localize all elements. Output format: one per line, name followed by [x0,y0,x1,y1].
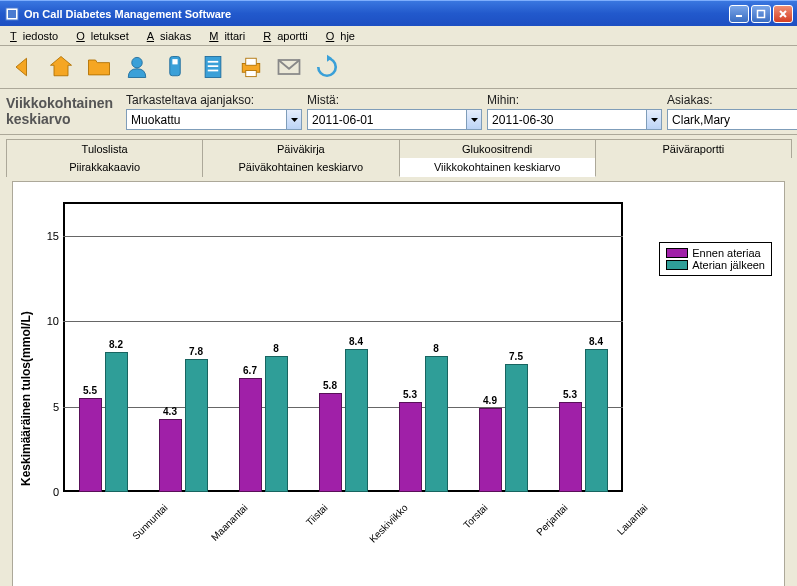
tab-pie[interactable]: Piirakkakaavio [6,158,203,177]
range-label: Tarkasteltava ajanjakso: [126,93,302,107]
back-button[interactable] [6,50,40,84]
svg-rect-8 [172,59,177,64]
tab-glucose-trend[interactable]: Glukoositrendi [399,139,596,158]
bar-value: 5.5 [83,385,97,396]
bar-value: 7.5 [509,351,523,362]
menu-help[interactable]: Ohje [320,28,367,44]
bar-value: 5.8 [323,380,337,391]
chevron-down-icon[interactable] [466,110,481,129]
menubar: Tiedosto Oletukset Asiakas Mittari Rapor… [0,26,797,46]
to-label: Mihin: [487,93,662,107]
to-value[interactable] [488,110,646,129]
bar-value: 4.3 [163,406,177,417]
bar-value: 7.8 [189,346,203,357]
tabs-row-1: Tuloslista Päiväkirja Glukoositrendi Päi… [6,139,791,158]
window-title: On Call Diabetes Management Software [24,8,729,20]
bar-post: 7.5 [505,364,528,492]
y-axis-label: Keskimääräinen tulos(mmol/L) [17,192,35,586]
customer-select[interactable] [667,109,797,130]
menu-report[interactable]: Raportti [257,28,320,44]
legend-post: Aterian jälkeen [692,259,765,271]
y-tick: 5 [53,401,59,413]
user-button[interactable] [120,50,154,84]
bar-value: 8.2 [109,339,123,350]
x-tick: Lauantai [599,502,649,552]
menu-customer[interactable]: Asiakas [141,28,204,44]
svg-rect-1 [8,10,16,18]
bar-value: 8 [433,343,439,354]
x-tick: Perjantai [519,502,569,552]
bar-value: 4.9 [483,395,497,406]
bar-pre: 5.3 [399,402,422,492]
plot-region: 5.58.2Sunnuntai4.37.8Maanantai6.78Tiista… [63,192,623,586]
open-folder-button[interactable] [82,50,116,84]
bar-value: 8.4 [349,336,363,347]
bar-value: 8 [273,343,279,354]
chevron-down-icon[interactable] [286,110,301,129]
range-value[interactable] [127,110,286,129]
customer-value[interactable] [668,110,797,129]
bar-value: 5.3 [563,389,577,400]
menu-defaults[interactable]: Oletukset [70,28,140,44]
filter-row: Viikkokohtainen keskiarvo Tarkasteltava … [0,89,797,135]
report-button[interactable] [196,50,230,84]
meter-button[interactable] [158,50,192,84]
range-select[interactable] [126,109,302,130]
tab-day-report[interactable]: Päiväraportti [595,139,792,158]
tab-daily-avg[interactable]: Päiväkohtainen keskiarvo [202,158,399,177]
y-tick: 15 [47,230,59,242]
from-value[interactable] [308,110,466,129]
tabs-row-2: Piirakkakaavio Päiväkohtainen keskiarvo … [6,158,791,177]
x-tick: Maanantai [199,502,249,552]
menu-file[interactable]: Tiedosto [4,28,70,44]
bar-pre: 5.5 [79,398,102,492]
minimize-button[interactable] [729,5,749,23]
print-button[interactable] [234,50,268,84]
legend-swatch-pre [666,248,688,258]
menu-meter[interactable]: Mittari [203,28,257,44]
svg-point-6 [132,57,143,68]
svg-rect-15 [246,71,257,77]
bar-value: 8.4 [589,336,603,347]
titlebar: On Call Diabetes Management Software [0,0,797,26]
bar-post: 8.4 [585,349,608,492]
tab-results[interactable]: Tuloslista [6,139,203,158]
bar-post: 8.2 [105,352,128,492]
x-tick: Tiistai [279,502,329,552]
email-button[interactable] [272,50,306,84]
bar-post: 8 [265,356,288,492]
y-tick: 10 [47,315,59,327]
y-tick: 0 [53,486,59,498]
svg-rect-3 [758,10,765,17]
tab-diary[interactable]: Päiväkirja [202,139,399,158]
bar-post: 8 [425,356,448,492]
svg-rect-14 [246,58,257,65]
bar-pre: 5.3 [559,402,582,492]
tab-weekly-avg[interactable]: Viikkokohtainen keskiarvo [399,158,596,177]
x-tick: Torstai [439,502,489,552]
from-date[interactable] [307,109,482,130]
bar-value: 5.3 [403,389,417,400]
bar-pre: 4.9 [479,408,502,492]
app-icon [4,6,20,22]
x-tick: Sunnuntai [119,502,169,552]
bar-pre: 4.3 [159,419,182,492]
to-date[interactable] [487,109,662,130]
maximize-button[interactable] [751,5,771,23]
bar-pre: 5.8 [319,393,342,492]
close-button[interactable] [773,5,793,23]
bar-value: 6.7 [243,365,257,376]
refresh-button[interactable] [310,50,344,84]
y-ticks: 051015 [35,192,63,586]
chart-container: Keskimääräinen tulos(mmol/L) 051015 5.58… [12,181,785,586]
bar-pre: 6.7 [239,378,262,492]
chart-legend: Ennen ateriaa Aterian jälkeen [659,242,772,276]
legend-swatch-post [666,260,688,270]
legend-pre: Ennen ateriaa [692,247,761,259]
chevron-down-icon[interactable] [646,110,661,129]
page-title: Viikkokohtainen keskiarvo [6,96,123,127]
toolbar [0,46,797,89]
x-tick: Keskiviikko [359,502,409,552]
customer-label: Asiakas: [667,93,797,107]
home-button[interactable] [44,50,78,84]
